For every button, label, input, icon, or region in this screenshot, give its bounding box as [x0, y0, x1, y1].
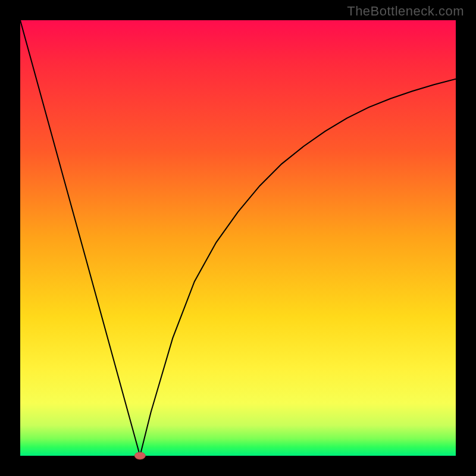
watermark-text: TheBottleneck.com	[347, 4, 464, 19]
minimum-marker	[134, 452, 145, 459]
plot-area	[20, 20, 456, 456]
chart-frame: TheBottleneck.com	[0, 0, 476, 476]
chart-svg	[20, 20, 456, 456]
bottleneck-curve	[20, 20, 456, 456]
